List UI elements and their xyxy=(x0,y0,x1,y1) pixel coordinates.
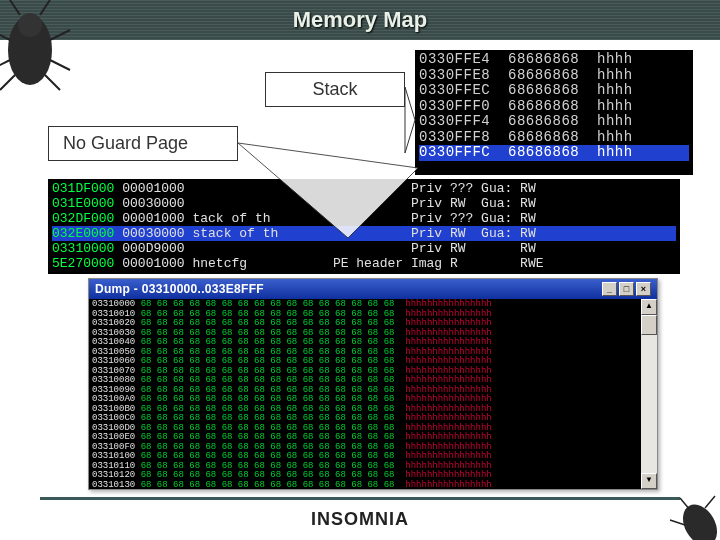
stack-row[interactable]: 0330FFF8 68686868 hhhh xyxy=(419,130,689,146)
hex-dump-window: Dump - 03310000..033E8FFF _ □ × 03310000… xyxy=(88,278,658,490)
memmap-row[interactable]: 032E0000 00030000 stack of th Priv RW Gu… xyxy=(52,226,676,241)
page-title: Memory Map xyxy=(293,7,427,33)
scroll-thumb[interactable] xyxy=(641,315,657,335)
stack-row[interactable]: 0330FFE8 68686868 hhhh xyxy=(419,68,689,84)
footer-brand: INSOMNIA xyxy=(0,509,720,530)
close-button[interactable]: × xyxy=(636,282,651,296)
stack-row[interactable]: 0330FFF4 68686868 hhhh xyxy=(419,114,689,130)
svg-point-2 xyxy=(676,498,720,540)
guard-label-text: No Guard Page xyxy=(63,133,188,153)
stack-row[interactable]: 0330FFE4 68686868 hhhh xyxy=(419,52,689,68)
window-controls: _ □ × xyxy=(602,282,651,296)
stack-view-panel: 0330FFE4 68686868 hhhh0330FFE8 68686868 … xyxy=(415,50,693,175)
stack-row[interactable]: 0330FFFC 68686868 hhhh xyxy=(419,145,689,161)
guard-label-callout: No Guard Page xyxy=(48,126,238,161)
memmap-row[interactable]: 031E0000 00030000 Priv RW Gua: RW xyxy=(52,196,676,211)
header-strip: Memory Map xyxy=(0,0,720,40)
footer-divider xyxy=(40,497,680,500)
maximize-button[interactable]: □ xyxy=(619,282,634,296)
dump-scrollbar[interactable]: ▲ ▼ xyxy=(641,299,657,489)
memmap-row[interactable]: 032DF000 00001000 tack of th Priv ??? Gu… xyxy=(52,211,676,226)
scroll-track[interactable] xyxy=(641,315,657,473)
cockroach-decoration-left xyxy=(0,0,75,95)
dump-body: 03310000 68 68 68 68 68 68 68 68 68 68 6… xyxy=(89,299,657,489)
stack-label-callout: Stack xyxy=(265,72,405,107)
dump-titlebar[interactable]: Dump - 03310000..033E8FFF _ □ × xyxy=(89,279,657,299)
dump-title: Dump - 03310000..033E8FFF xyxy=(95,282,264,296)
minimize-button[interactable]: _ xyxy=(602,282,617,296)
cockroach-decoration-right xyxy=(660,490,720,540)
svg-point-1 xyxy=(18,13,42,37)
memmap-row[interactable]: 03310000 000D9000 Priv RW RW xyxy=(52,241,676,256)
memory-map-panel: 031DF000 00001000 Priv ??? Gua: RW031E00… xyxy=(48,179,680,274)
dump-content[interactable]: 03310000 68 68 68 68 68 68 68 68 68 68 6… xyxy=(89,299,641,489)
stack-row[interactable]: 0330FFF0 68686868 hhhh xyxy=(419,99,689,115)
stack-rows-container: 0330FFE4 68686868 hhhh0330FFE8 68686868 … xyxy=(419,52,689,161)
scroll-down-button[interactable]: ▼ xyxy=(641,473,657,489)
dump-row[interactable]: 03310130 68 68 68 68 68 68 68 68 68 68 6… xyxy=(92,481,638,490)
stack-label-text: Stack xyxy=(312,79,357,99)
stack-row[interactable]: 0330FFEC 68686868 hhhh xyxy=(419,83,689,99)
memmap-row[interactable]: 5E270000 00001000 hnetcfg PE header Imag… xyxy=(52,256,676,271)
scroll-up-button[interactable]: ▲ xyxy=(641,299,657,315)
memmap-rows-container: 031DF000 00001000 Priv ??? Gua: RW031E00… xyxy=(52,181,676,271)
memmap-row[interactable]: 031DF000 00001000 Priv ??? Gua: RW xyxy=(52,181,676,196)
